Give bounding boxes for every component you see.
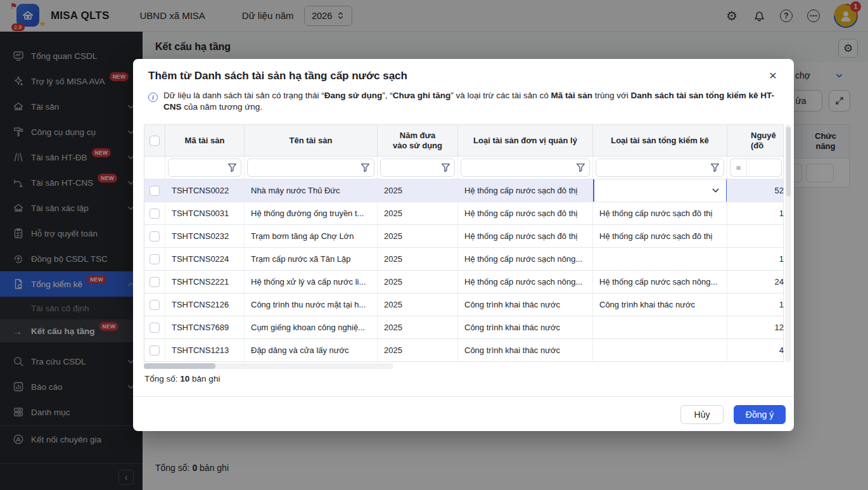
equals-operator[interactable]: = <box>730 158 746 177</box>
cell-checkbox <box>144 179 165 202</box>
cell-cost: 1 <box>727 202 784 224</box>
cell-checkbox <box>144 225 165 247</box>
filter-cell-name <box>245 157 378 179</box>
cell-cost: 24 <box>727 271 784 293</box>
cell-name: Công trình thu nước mặt tại h... <box>245 293 378 316</box>
cell-code: TSHTCNS2221 <box>165 271 245 293</box>
table-filter-row: = <box>144 156 784 179</box>
close-icon[interactable]: × <box>765 67 781 84</box>
filter-cell-code <box>165 157 245 179</box>
column-header-nam-dua-vao-su-dung: Năm đưa vào sử dụng <box>378 125 458 156</box>
select-all-checkbox[interactable] <box>150 136 160 146</box>
confirm-button[interactable]: Đồng ý <box>734 405 786 424</box>
filter-input-name[interactable] <box>248 159 374 176</box>
filter-input-cost[interactable] <box>746 158 782 177</box>
table-row[interactable]: TSHTCNS1213Đập dâng và cửa lấy nước2025C… <box>144 339 784 362</box>
cell-checkbox <box>144 271 165 293</box>
filter-input-type_unit[interactable] <box>461 159 589 176</box>
modal-total: Tổng số: 10 bản ghi <box>144 374 220 384</box>
cell-name: Hệ thống đường ống truyền t... <box>245 202 378 224</box>
cell-type-unit: Hệ thống cấp nước sạch đô thị <box>458 202 593 224</box>
cell-name: Nhà máy nước Thủ Đức <box>245 179 378 202</box>
modal-footer: Hủy Đồng ý <box>680 405 786 424</box>
cell-checkbox <box>144 339 165 361</box>
vertical-scrollbar-thumb[interactable] <box>786 127 791 197</box>
footer-divider <box>133 396 794 397</box>
cell-code: TSHTCNS7689 <box>165 316 245 338</box>
cell-type-inventory: Công trình khai thác nước <box>593 293 727 316</box>
filter-cell-checkbox <box>144 157 165 179</box>
cell-type-inventory <box>593 339 727 361</box>
info-icon: i <box>148 93 158 102</box>
column-header-ten-tai-san: Tên tài sản <box>245 125 378 156</box>
cell-type-unit: Hệ thống cấp nước sạch nông... <box>458 271 593 293</box>
row-checkbox[interactable] <box>150 277 160 287</box>
filter-funnel-icon[interactable] <box>360 162 371 176</box>
cell-year: 2025 <box>378 293 458 316</box>
cell-name: Trạm cấp nước xã Tân Lập <box>245 248 378 270</box>
filter-cell-type_inventory <box>593 157 727 179</box>
cell-type-inventory: Hệ thống cấp nước sạch nông... <box>593 271 727 293</box>
add-assets-modal: Thêm từ Danh sách tài sản hạ tầng cấp nư… <box>133 59 794 431</box>
cell-cost: 52 <box>727 179 784 202</box>
cell-type-inventory <box>593 316 727 338</box>
column-header-loai-tai-san-tong-kiem-ke: Loại tài sản tổng kiểm kê <box>593 125 727 156</box>
cell-year: 2025 <box>378 225 458 247</box>
row-checkbox[interactable] <box>150 300 160 310</box>
table-row[interactable]: TSHTCNS7689Cụm giếng khoan công nghiệ...… <box>144 316 784 339</box>
vertical-scrollbar[interactable] <box>785 124 791 362</box>
row-checkbox[interactable] <box>150 345 160 356</box>
cell-checkbox <box>144 316 165 338</box>
cell-type-inventory: Hệ thống cấp nước sạch đô thị <box>593 202 727 224</box>
filter-funnel-icon[interactable] <box>440 162 451 176</box>
cell-type-inventory: Hệ thống cấp nước sạch đô thị <box>593 225 727 247</box>
row-checkbox[interactable] <box>150 209 160 219</box>
cell-year: 2025 <box>378 271 458 293</box>
filter-funnel-icon[interactable] <box>710 162 720 176</box>
horizontal-scrollbar-thumb[interactable] <box>144 363 215 369</box>
filter-funnel-icon[interactable] <box>227 162 238 176</box>
cell-checkbox <box>144 202 165 224</box>
cell-code: TSHTCNS1213 <box>165 339 245 361</box>
filter-cell-year <box>378 157 458 179</box>
cell-cost: 1 <box>727 293 784 316</box>
cell-year: 2025 <box>378 248 458 270</box>
table-row[interactable]: TSHTCNS0232Trạm bơm tăng áp Chợ Lớn2025H… <box>144 225 784 248</box>
cell-name: Cụm giếng khoan công nghiệ... <box>245 316 378 338</box>
filter-cell-type_unit <box>458 157 593 179</box>
assets-table: Mã tài sảnTên tài sảnNăm đưa vào sử dụng… <box>144 124 784 362</box>
cell-type-unit: Hệ thống cấp nước sạch đô thị <box>458 179 593 202</box>
cell-code: TSHTCNS0232 <box>165 225 245 247</box>
cancel-button[interactable]: Hủy <box>680 405 724 424</box>
row-checkbox[interactable] <box>150 254 160 264</box>
cell-name: Đập dâng và cửa lấy nước <box>245 339 378 361</box>
table-row[interactable]: TSHTCNS2221Hệ thống xử lý và cấp nước li… <box>144 271 784 293</box>
cell-name: Trạm bơm tăng áp Chợ Lớn <box>245 225 378 247</box>
horizontal-scrollbar[interactable] <box>144 363 393 369</box>
cell-year: 2025 <box>378 179 458 202</box>
cell-type-unit: Công trình khai thác nước <box>458 293 593 316</box>
row-checkbox[interactable] <box>150 323 160 333</box>
inventory-type-dropdown[interactable] <box>593 179 727 202</box>
info-text: Dữ liệu là danh sách tài sản có trạng th… <box>163 90 777 113</box>
cell-checkbox <box>144 248 165 270</box>
column-header-ma-tai-san: Mã tài sản <box>165 125 245 156</box>
table-row[interactable]: TSHTCNS0022Nhà máy nước Thủ Đức2025Hệ th… <box>144 179 784 202</box>
cell-type-inventory <box>593 179 727 202</box>
filter-input-type_inventory[interactable] <box>596 159 724 176</box>
row-checkbox[interactable] <box>150 186 160 196</box>
table-header-row: Mã tài sảnTên tài sảnNăm đưa vào sử dụng… <box>144 124 784 156</box>
app-window: ⚑ ★ 2.9 MISA QLTS UBND xã MISA Dữ liệu n… <box>0 0 868 490</box>
table-row[interactable]: TSHTCNS0224Trạm cấp nước xã Tân Lập2025H… <box>144 248 784 271</box>
table-row[interactable]: TSHTCNS0031Hệ thống đường ống truyền t..… <box>144 202 784 225</box>
cell-cost: 4 <box>727 339 784 361</box>
cell-year: 2025 <box>378 316 458 338</box>
filter-funnel-icon[interactable] <box>575 162 586 176</box>
cell-code: TSHTCNS0031 <box>165 202 245 224</box>
cell-type-unit: Công trình khai thác nước <box>458 339 593 361</box>
cell-cost: 1 <box>727 248 784 270</box>
row-checkbox[interactable] <box>150 231 160 242</box>
cell-type-unit: Hệ thống cấp nước sạch nông... <box>458 248 593 270</box>
cell-type-unit: Hệ thống cấp nước sạch đô thị <box>458 225 593 247</box>
table-row[interactable]: TSHTCNS2126Công trình thu nước mặt tại h… <box>144 293 784 316</box>
